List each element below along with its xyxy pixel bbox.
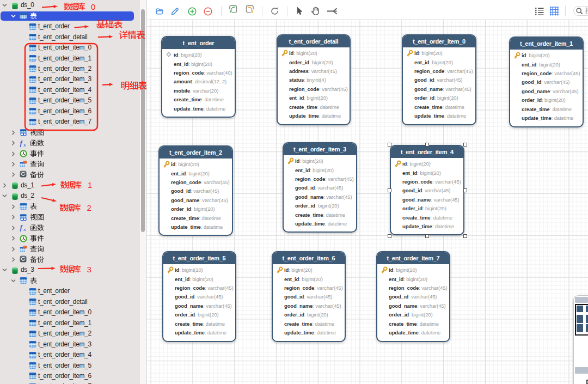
svg-text:f: f bbox=[20, 139, 23, 147]
svg-text:x: x bbox=[23, 142, 26, 147]
svg-text:f: f bbox=[20, 224, 23, 231]
svg-text:x: x bbox=[23, 227, 26, 231]
